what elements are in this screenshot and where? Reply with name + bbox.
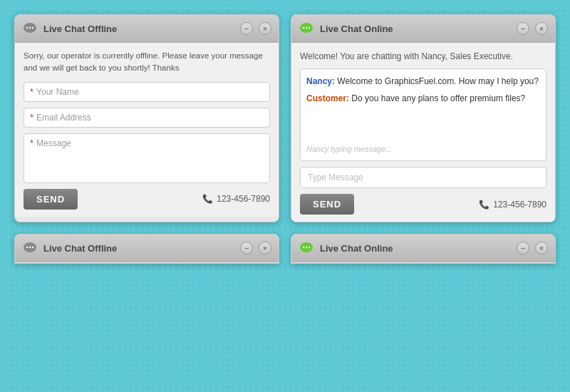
offline-message: Sorry, our operator is currently offline…: [24, 50, 270, 75]
svg-point-13: [29, 247, 31, 248]
bottom-offline-close[interactable]: ×: [259, 242, 271, 254]
email-required-star: *: [30, 113, 33, 122]
online-phone-number: 123-456-7890: [493, 200, 546, 210]
chat-line-1: Nancy: Welcome to GraphicsFuel.com. How …: [306, 75, 540, 88]
bottom-offline-title: Live Chat Offline: [43, 243, 234, 254]
svg-point-2: [26, 27, 28, 29]
online-phone-icon: 📞: [479, 200, 489, 210]
bottom-offline-minimize[interactable]: −: [240, 242, 253, 254]
bottom-offline-header: Live Chat Offline − ×: [15, 234, 279, 262]
offline-body: Sorry, our operator is currently offline…: [15, 43, 279, 217]
offline-phone: 📞 123-456-7890: [202, 194, 270, 204]
bottom-online-title: Live Chat Online: [320, 243, 511, 254]
chat-line-2: Customer: Do you have any plans to offer…: [306, 92, 540, 105]
online-send-button[interactable]: SEND: [300, 194, 354, 215]
message-required-star: *: [30, 138, 33, 148]
type-placeholder: Type Message: [308, 172, 363, 182]
bottom-online-minimize[interactable]: −: [517, 242, 529, 254]
online-welcome: Welcome! You are chatting with Nancy, Sa…: [300, 50, 546, 63]
email-placeholder: Email Address: [36, 113, 91, 123]
bottom-online-close[interactable]: ×: [535, 242, 548, 254]
bottom-offline-icon: [22, 240, 38, 256]
svg-point-9: [309, 27, 310, 29]
svg-point-8: [306, 27, 307, 29]
online-close-button[interactable]: ×: [535, 22, 548, 35]
svg-point-17: [303, 247, 304, 248]
svg-point-12: [26, 247, 28, 248]
online-chat-icon: [299, 21, 314, 36]
online-send-row: SEND 📞 123-456-7890: [300, 194, 546, 215]
customer-speaker-1: Customer:: [306, 93, 349, 103]
email-field[interactable]: * Email Address: [24, 108, 270, 128]
phone-icon: 📞: [202, 194, 213, 204]
svg-point-18: [306, 247, 307, 248]
nancy-speaker-1: Nancy:: [306, 76, 335, 86]
offline-send-row: SEND 📞 123-456-7890: [24, 189, 270, 210]
online-title: Live Chat Online: [320, 24, 511, 34]
offline-phone-number: 123-456-7890: [217, 194, 270, 204]
chat-window: Nancy: Welcome to GraphicsFuel.com. How …: [300, 68, 546, 161]
svg-point-3: [29, 27, 31, 29]
typing-hint: Nancy typing message...: [306, 143, 392, 155]
bottom-online-widget: Live Chat Online − ×: [291, 234, 556, 264]
svg-point-4: [32, 27, 33, 29]
online-widget: Live Chat Online − × Welcome! You are ch…: [291, 14, 556, 222]
online-phone: 📞 123-456-7890: [479, 200, 546, 210]
online-minimize-button[interactable]: −: [517, 22, 529, 35]
offline-send-button[interactable]: SEND: [24, 189, 78, 210]
bottom-online-header: Live Chat Online − ×: [291, 234, 555, 262]
customer-text-1: Do you have any plans to offer premium f…: [351, 93, 525, 103]
name-field[interactable]: * Your Name: [24, 82, 270, 102]
offline-chat-icon: [22, 21, 38, 36]
offline-close-button[interactable]: ×: [259, 22, 271, 35]
nancy-text-1: Welcome to GraphicsFuel.com. How may I h…: [337, 76, 539, 86]
svg-point-7: [303, 27, 304, 29]
message-field[interactable]: * Message: [24, 133, 270, 183]
offline-header: Live Chat Offline − ×: [15, 15, 279, 43]
message-placeholder: Message: [36, 138, 71, 148]
offline-minimize-button[interactable]: −: [240, 22, 253, 35]
online-header: Live Chat Online − ×: [291, 15, 555, 43]
svg-point-14: [32, 247, 33, 248]
offline-widget: Live Chat Offline − × Sorry, our operato…: [14, 14, 279, 222]
type-message-input[interactable]: Type Message: [300, 167, 546, 188]
bottom-online-icon: [299, 240, 314, 256]
svg-point-19: [309, 247, 310, 248]
bottom-offline-widget: Live Chat Offline − ×: [14, 234, 279, 264]
online-body: Welcome! You are chatting with Nancy, Sa…: [291, 43, 555, 222]
offline-title: Live Chat Offline: [43, 24, 234, 34]
name-placeholder: Your Name: [36, 87, 79, 97]
name-required-star: *: [30, 87, 33, 96]
